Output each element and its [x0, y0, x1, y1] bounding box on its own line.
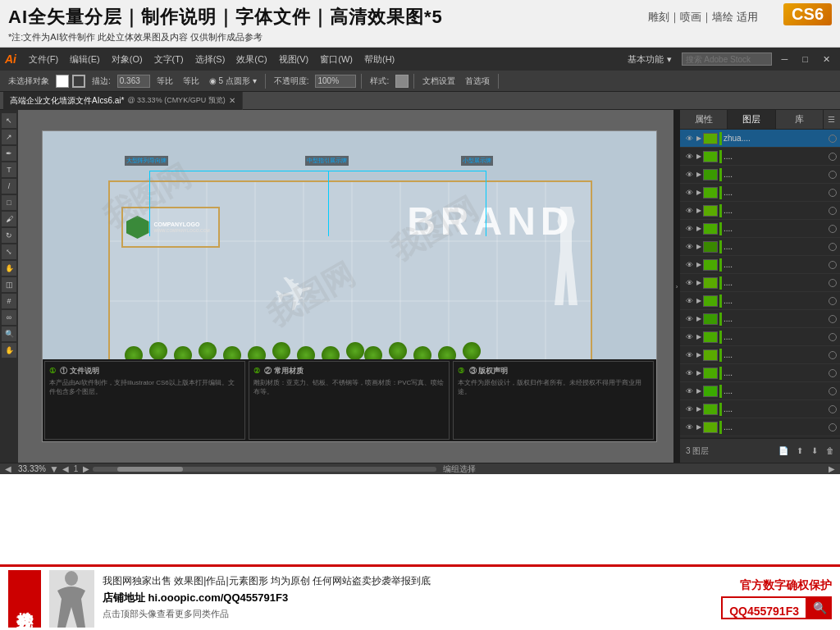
panel-tab-properties[interactable]: 属性: [680, 110, 728, 129]
eyedropper-tool[interactable]: ✋: [2, 261, 16, 276]
layer-arrow-16[interactable]: ▶: [696, 423, 701, 431]
layer-arrow-12[interactable]: ▶: [696, 351, 701, 358]
layer-arrow-8[interactable]: ▶: [696, 279, 701, 286]
layer-circle-2[interactable]: [829, 171, 837, 179]
layer-circle-3[interactable]: [829, 189, 837, 197]
footer-search-btn[interactable]: 🔍: [807, 596, 832, 619]
tab-close-btn[interactable]: ✕: [229, 96, 235, 105]
layer-arrow-0[interactable]: ▶: [696, 135, 701, 142]
delete-layer-btn[interactable]: 🗑: [824, 445, 837, 456]
panel-collapse[interactable]: ›: [673, 110, 680, 463]
hscroll-track[interactable]: [93, 467, 436, 472]
layer-arrow-3[interactable]: ▶: [696, 189, 701, 196]
layer-circle-9[interactable]: [829, 297, 837, 305]
layer-row-7[interactable]: 👁 ▶ ....: [680, 256, 840, 274]
menu-close[interactable]: ✕: [818, 52, 835, 66]
hscroll-thumb[interactable]: [117, 467, 183, 472]
layer-eye-9[interactable]: 👁: [683, 295, 695, 307]
preferences-btn[interactable]: 首选项: [462, 75, 493, 88]
layer-circle-7[interactable]: [829, 261, 837, 269]
move-down-btn[interactable]: ⬇: [809, 445, 820, 456]
menu-window[interactable]: 窗口(W): [314, 52, 358, 67]
layer-row-15[interactable]: 👁 ▶ ....: [680, 400, 840, 418]
layer-arrow-1[interactable]: ▶: [696, 153, 701, 160]
points-shape[interactable]: ◉ 5 点圆形 ▾: [206, 75, 260, 88]
layer-eye-15[interactable]: 👁: [683, 404, 695, 415]
layer-eye-13[interactable]: 👁: [683, 368, 695, 379]
layer-circle-14[interactable]: [829, 387, 837, 395]
layer-eye-8[interactable]: 👁: [683, 277, 695, 289]
hscroll-right[interactable]: ▶: [825, 464, 838, 473]
zoom-tool[interactable]: 🔍: [2, 326, 16, 341]
menu-edit[interactable]: 编辑(E): [64, 52, 106, 67]
layer-row-1[interactable]: 👁 ▶ ....: [680, 148, 840, 166]
layer-row-8[interactable]: 👁 ▶ ....: [680, 274, 840, 292]
doc-settings-btn[interactable]: 文档设置: [419, 75, 459, 88]
menu-effect[interactable]: 效果(C): [231, 52, 272, 67]
main-tab[interactable]: 高端企业文化墙源文件AIcs6.ai* @ 33.33% (CMYK/GPU 预…: [3, 92, 243, 110]
layer-arrow-4[interactable]: ▶: [696, 207, 701, 214]
panel-menu-btn[interactable]: ☰: [824, 110, 840, 129]
opacity-value[interactable]: [315, 75, 356, 88]
layer-row-5[interactable]: 👁 ▶ ....: [680, 220, 840, 238]
rotate-tool[interactable]: ↻: [2, 228, 16, 243]
layer-circle-11[interactable]: [829, 333, 837, 341]
layer-arrow-13[interactable]: ▶: [696, 369, 701, 377]
select-tool[interactable]: ↖: [2, 113, 16, 128]
mesh-tool[interactable]: #: [2, 294, 16, 308]
layer-arrow-11[interactable]: ▶: [696, 333, 701, 340]
layer-arrow-6[interactable]: ▶: [696, 243, 701, 250]
layer-circle-12[interactable]: [829, 351, 837, 359]
blend-tool[interactable]: ∞: [2, 310, 16, 325]
layer-eye-3[interactable]: 👁: [683, 187, 695, 199]
layer-eye-10[interactable]: 👁: [683, 313, 695, 325]
layer-arrow-7[interactable]: ▶: [696, 261, 701, 268]
line-tool[interactable]: /: [2, 179, 16, 194]
pen-tool[interactable]: ✒: [2, 146, 16, 161]
layer-arrow-9[interactable]: ▶: [696, 297, 701, 304]
layer-row-12[interactable]: 👁 ▶ ....: [680, 346, 840, 364]
menu-help[interactable]: 帮助(H): [358, 52, 400, 67]
layer-circle-1[interactable]: [829, 153, 837, 161]
layer-row-2[interactable]: 👁 ▶ ....: [680, 166, 840, 184]
layer-eye-14[interactable]: 👁: [683, 386, 695, 397]
layer-circle-8[interactable]: [829, 279, 837, 287]
layer-row-4[interactable]: 👁 ▶ ....: [680, 202, 840, 220]
layer-arrow-5[interactable]: ▶: [696, 225, 701, 232]
layer-eye-4[interactable]: 👁: [683, 205, 695, 217]
layers-list[interactable]: 👁 ▶ zhua.... 👁 ▶ .... 👁 ▶: [680, 130, 840, 438]
layer-arrow-14[interactable]: ▶: [696, 387, 701, 395]
move-layer-btn[interactable]: ⬆: [794, 445, 806, 456]
layer-circle-15[interactable]: [829, 405, 837, 413]
menu-minimize[interactable]: ─: [777, 52, 793, 66]
hscroll-prev-page[interactable]: ◀: [59, 464, 72, 473]
hscroll-next-page[interactable]: ▶: [80, 464, 93, 473]
panel-tab-layers[interactable]: 图层: [728, 110, 775, 129]
layer-eye-7[interactable]: 👁: [683, 259, 695, 271]
layer-circle-5[interactable]: [829, 225, 837, 233]
layer-circle-10[interactable]: [829, 315, 837, 323]
menu-object[interactable]: 对象(O): [106, 52, 148, 67]
rect-tool[interactable]: □: [2, 195, 16, 210]
menu-view[interactable]: 视图(V): [273, 52, 315, 67]
brush-tool[interactable]: 🖌: [2, 212, 16, 226]
menu-file[interactable]: 文件(F): [23, 52, 64, 67]
stroke-swatch[interactable]: [72, 75, 85, 88]
menu-text[interactable]: 文字(T): [148, 52, 189, 67]
layer-row-10[interactable]: 👁 ▶ ....: [680, 310, 840, 328]
layer-eye-11[interactable]: 👁: [683, 331, 695, 343]
hand-tool[interactable]: ✋: [2, 343, 16, 358]
layer-row-3[interactable]: 👁 ▶ ....: [680, 184, 840, 202]
layer-row-16[interactable]: 👁 ▶ ....: [680, 418, 840, 436]
layer-circle-13[interactable]: [829, 369, 837, 377]
layer-row-13[interactable]: 👁 ▶ ....: [680, 364, 840, 382]
layer-row-9[interactable]: 👁 ▶ ....: [680, 292, 840, 310]
layer-arrow-15[interactable]: ▶: [696, 405, 701, 413]
layer-row-0[interactable]: 👁 ▶ zhua....: [680, 130, 840, 148]
new-layer-btn[interactable]: 📄: [776, 445, 791, 456]
layer-row-6[interactable]: 👁 ▶ ....: [680, 238, 840, 256]
layer-row-11[interactable]: 👁 ▶ ....: [680, 328, 840, 346]
menu-maximize[interactable]: □: [797, 52, 813, 66]
style-swatch[interactable]: [395, 75, 409, 88]
layer-arrow-10[interactable]: ▶: [696, 315, 701, 322]
